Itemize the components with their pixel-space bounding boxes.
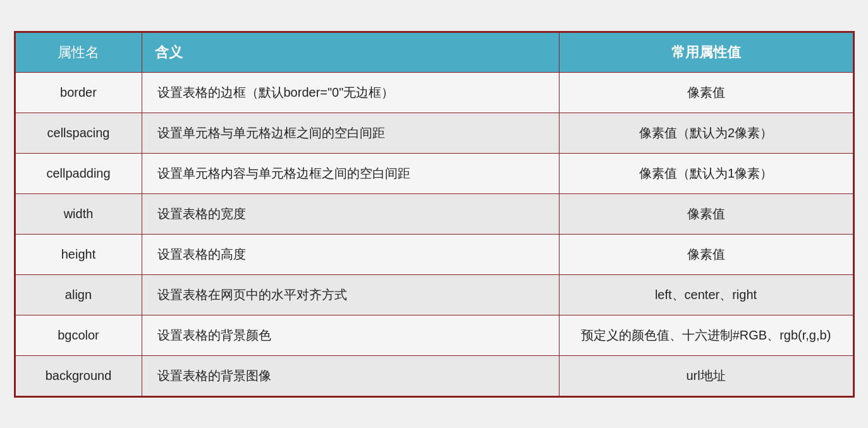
cell-attr-values: 像素值 xyxy=(559,193,853,234)
cell-attr-values: 像素值 xyxy=(559,234,853,274)
cell-attr-meaning: 设置单元格内容与单元格边框之间的空白间距 xyxy=(142,153,559,193)
header-values: 常用属性值 xyxy=(559,32,853,72)
cell-attr-values: 像素值 xyxy=(559,72,853,113)
cell-attr-meaning: 设置表格的高度 xyxy=(142,234,559,274)
table-row: cellpadding设置单元格内容与单元格边框之间的空白间距像素值（默认为1像… xyxy=(15,153,853,193)
cell-attr-meaning: 设置表格的边框（默认border="0"无边框） xyxy=(142,72,559,113)
attributes-table: 属性名 含义 常用属性值 border设置表格的边框（默认border="0"无… xyxy=(15,32,853,396)
cell-attr-name: bgcolor xyxy=(15,315,142,355)
table-row: bgcolor设置表格的背景颜色预定义的颜色值、十六进制#RGB、rgb(r,g… xyxy=(15,315,853,355)
cell-attr-name: background xyxy=(15,355,142,396)
cell-attr-name: cellspacing xyxy=(15,113,142,153)
cell-attr-values: 像素值（默认为1像素） xyxy=(559,153,853,193)
table-row: background设置表格的背景图像url地址 xyxy=(15,355,853,396)
cell-attr-values: left、center、right xyxy=(559,274,853,315)
table-row: height设置表格的高度像素值 xyxy=(15,234,853,274)
cell-attr-name: width xyxy=(15,193,142,234)
table-row: border设置表格的边框（默认border="0"无边框）像素值 xyxy=(15,72,853,113)
header-meaning: 含义 xyxy=(142,32,559,72)
cell-attr-meaning: 设置表格的背景图像 xyxy=(142,355,559,396)
cell-attr-name: cellpadding xyxy=(15,153,142,193)
cell-attr-values: url地址 xyxy=(559,355,853,396)
table-row: align设置表格在网页中的水平对齐方式left、center、right xyxy=(15,274,853,315)
cell-attr-meaning: 设置表格在网页中的水平对齐方式 xyxy=(142,274,559,315)
table-wrapper: 属性名 含义 常用属性值 border设置表格的边框（默认border="0"无… xyxy=(14,31,855,398)
cell-attr-values: 像素值（默认为2像素） xyxy=(559,113,853,153)
cell-attr-name: height xyxy=(15,234,142,274)
cell-attr-meaning: 设置表格的背景颜色 xyxy=(142,315,559,355)
cell-attr-meaning: 设置单元格与单元格边框之间的空白间距 xyxy=(142,113,559,153)
cell-attr-name: border xyxy=(15,72,142,113)
table-row: width设置表格的宽度像素值 xyxy=(15,193,853,234)
cell-attr-values: 预定义的颜色值、十六进制#RGB、rgb(r,g,b) xyxy=(559,315,853,355)
header-name: 属性名 xyxy=(15,32,142,72)
table-header-row: 属性名 含义 常用属性值 xyxy=(15,32,853,72)
table-row: cellspacing设置单元格与单元格边框之间的空白间距像素值（默认为2像素） xyxy=(15,113,853,153)
cell-attr-meaning: 设置表格的宽度 xyxy=(142,193,559,234)
cell-attr-name: align xyxy=(15,274,142,315)
